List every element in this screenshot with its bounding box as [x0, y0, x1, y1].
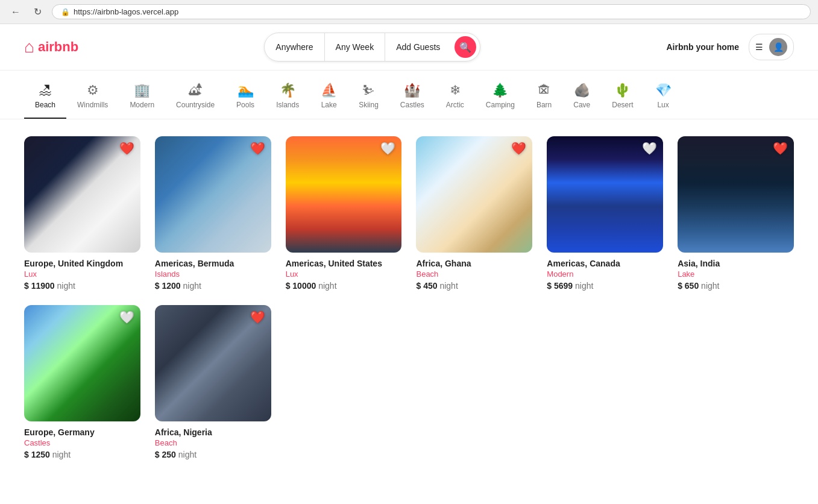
listing-price-5: $ 5699 night: [547, 281, 663, 291]
listing-category-8: Beach: [155, 438, 271, 447]
pools-label: Pools: [236, 101, 254, 109]
category-arctic[interactable]: ❄ Arctic: [435, 79, 475, 119]
back-button[interactable]: ←: [7, 4, 24, 20]
category-windmills[interactable]: ⚙ Windmills: [66, 79, 119, 119]
pools-icon: 🏊: [238, 84, 254, 97]
castles-label: Castles: [400, 101, 424, 109]
listing-location-8: Africa, Nigeria: [155, 427, 271, 437]
listing-category-2: Islands: [155, 269, 271, 279]
search-button[interactable]: 🔍: [455, 36, 476, 58]
cave-icon: 🪨: [574, 84, 590, 97]
listing-card-2[interactable]: ❤️ Americas, Bermuda Islands $ 1200 nigh…: [155, 136, 271, 291]
favorite-button-7[interactable]: 🤍: [119, 311, 134, 323]
listing-info-6: Asia, India Lake $ 650 night: [678, 253, 794, 291]
listing-info-8: Africa, Nigeria Beach $ 250 night: [155, 421, 271, 459]
listing-location-1: Europe, United Kingdom: [24, 259, 140, 268]
listing-card-6[interactable]: ❤️ Asia, India Lake $ 650 night: [678, 136, 794, 291]
listing-info-3: Americas, United States Lux $ 10000 nigh…: [286, 253, 402, 291]
favorite-button-3[interactable]: 🤍: [380, 142, 395, 154]
listing-card-8[interactable]: ❤️ Africa, Nigeria Beach $ 250 night: [155, 305, 271, 459]
favorite-button-2[interactable]: ❤️: [250, 142, 265, 154]
refresh-button[interactable]: ↻: [29, 4, 46, 20]
listing-card-4[interactable]: ❤️ Africa, Ghana Beach $ 450 night: [416, 136, 532, 291]
listing-image-wrap-2: ❤️: [155, 136, 271, 253]
category-lux[interactable]: 💎 Lux: [644, 79, 682, 119]
logo-icon: ⌂: [24, 37, 34, 57]
favorite-button-5[interactable]: 🤍: [642, 142, 657, 154]
listing-image-wrap-8: ❤️: [155, 305, 271, 421]
skiing-label: Skiing: [359, 101, 379, 109]
browser-nav[interactable]: ← ↻: [7, 4, 46, 20]
favorite-button-8[interactable]: ❤️: [250, 311, 265, 323]
category-islands[interactable]: 🌴 Islands: [265, 79, 310, 119]
cave-label: Cave: [573, 101, 590, 109]
logo[interactable]: ⌂ airbnb: [24, 37, 78, 57]
windmills-icon: ⚙: [87, 84, 99, 97]
listing-info-4: Africa, Ghana Beach $ 450 night: [416, 253, 532, 291]
listing-card-5[interactable]: 🤍 Americas, Canada Modern $ 5699 night: [547, 136, 663, 291]
listing-price-8: $ 250 night: [155, 450, 271, 459]
listing-location-5: Americas, Canada: [547, 259, 663, 268]
search-any-week[interactable]: Any Week: [325, 33, 386, 61]
category-beach[interactable]: 🏖 Beach: [24, 79, 66, 119]
arctic-icon: ❄: [450, 84, 461, 97]
countryside-label: Countryside: [176, 101, 215, 109]
lux-icon: 💎: [655, 84, 672, 97]
listing-category-4: Beach: [416, 269, 532, 279]
category-camping[interactable]: 🌲 Camping: [475, 79, 526, 119]
modern-icon: 🏢: [134, 84, 150, 97]
category-skiing[interactable]: ⛷ Skiing: [348, 79, 389, 119]
arctic-label: Arctic: [446, 101, 464, 109]
listing-image-wrap-3: 🤍: [286, 136, 402, 253]
category-castles[interactable]: 🏰 Castles: [389, 79, 435, 119]
category-nav: 🏖 Beach ⚙ Windmills 🏢 Modern 🏕 Countrysi…: [0, 71, 818, 119]
listing-category-3: Lux: [286, 269, 402, 279]
category-barn[interactable]: 🏚 Barn: [526, 79, 562, 119]
menu-button[interactable]: ☰ 👤: [749, 34, 794, 60]
category-cave[interactable]: 🪨 Cave: [562, 79, 601, 119]
listing-price-6: $ 650 night: [678, 281, 794, 291]
listing-location-3: Americas, United States: [286, 259, 402, 268]
listing-card-3[interactable]: 🤍 Americas, United States Lux $ 10000 ni…: [286, 136, 402, 291]
listing-price-7: $ 1250 night: [24, 450, 140, 459]
listing-image-wrap-1: ❤️: [24, 136, 140, 253]
desert-icon: 🌵: [614, 84, 631, 97]
listing-location-4: Africa, Ghana: [416, 259, 532, 268]
favorite-button-1[interactable]: ❤️: [119, 142, 134, 154]
lake-icon: ⛵: [321, 84, 337, 97]
listing-price-2: $ 1200 night: [155, 281, 271, 291]
lock-icon: 🔒: [61, 8, 70, 16]
category-desert[interactable]: 🌵 Desert: [601, 79, 644, 119]
countryside-icon: 🏕: [189, 84, 202, 97]
listing-location-6: Asia, India: [678, 259, 794, 268]
listing-category-1: Lux: [24, 269, 140, 279]
listing-price-3: $ 10000 night: [286, 281, 402, 291]
avatar-placeholder: 👤: [773, 42, 784, 52]
address-bar[interactable]: 🔒 https://airbnb-lagos.vercel.app: [52, 4, 811, 19]
camping-label: Camping: [486, 101, 515, 109]
search-anywhere[interactable]: Anywhere: [265, 33, 324, 61]
listing-category-7: Castles: [24, 438, 140, 447]
search-bar[interactable]: Anywhere Any Week Add Guests 🔍: [264, 33, 480, 61]
category-lake[interactable]: ⛵ Lake: [310, 79, 348, 119]
favorite-button-4[interactable]: ❤️: [511, 142, 526, 154]
listing-info-2: Americas, Bermuda Islands $ 1200 night: [155, 253, 271, 291]
listing-info-1: Europe, United Kingdom Lux $ 11900 night: [24, 253, 140, 291]
hamburger-icon: ☰: [755, 42, 763, 52]
logo-text: airbnb: [38, 39, 78, 55]
camping-icon: 🌲: [492, 84, 508, 97]
listing-image-wrap-5: 🤍: [547, 136, 663, 253]
barn-label: Barn: [536, 101, 552, 109]
favorite-button-6[interactable]: ❤️: [773, 142, 788, 154]
listing-card-7[interactable]: 🤍 Europe, Germany Castles $ 1250 night: [24, 305, 140, 459]
search-add-guests[interactable]: Add Guests: [385, 33, 451, 61]
islands-label: Islands: [276, 101, 299, 109]
islands-icon: 🌴: [280, 84, 296, 97]
category-countryside[interactable]: 🏕 Countryside: [165, 79, 225, 119]
castles-icon: 🏰: [404, 84, 420, 97]
listing-card-1[interactable]: ❤️ Europe, United Kingdom Lux $ 11900 ni…: [24, 136, 140, 291]
listing-location-2: Americas, Bermuda: [155, 259, 271, 268]
category-modern[interactable]: 🏢 Modern: [119, 79, 165, 119]
category-pools[interactable]: 🏊 Pools: [225, 79, 265, 119]
airbnb-home-link[interactable]: Airbnb your home: [666, 42, 739, 52]
